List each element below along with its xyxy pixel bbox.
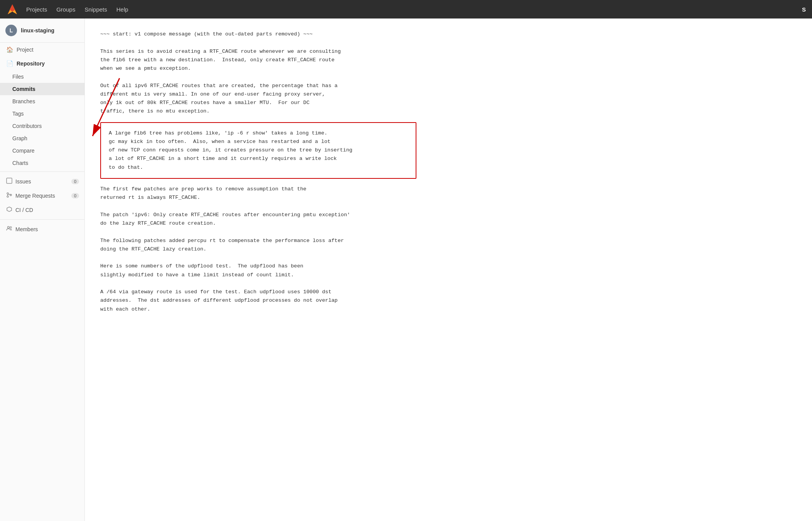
sidebar-label-merge-requests: Merge Requests bbox=[15, 193, 55, 199]
app-logo[interactable] bbox=[6, 3, 19, 15]
sidebar-divider-1 bbox=[0, 171, 84, 172]
sidebar-label-branches: Branches bbox=[12, 98, 35, 104]
svg-point-10 bbox=[10, 227, 12, 228]
sidebar-item-issues[interactable]: Issues 0 bbox=[0, 174, 84, 188]
sidebar-label-graph: Graph bbox=[12, 135, 27, 141]
merge-requests-icon bbox=[6, 192, 12, 199]
sidebar-divider-2 bbox=[0, 219, 84, 220]
sidebar-item-tags[interactable]: Tags bbox=[0, 108, 84, 120]
user-initial[interactable]: S bbox=[802, 6, 806, 13]
project-avatar: L bbox=[5, 25, 17, 36]
sidebar-label-issues: Issues bbox=[15, 178, 31, 185]
commit-para-3: The first few patches are prep works to … bbox=[100, 185, 416, 314]
main-content: ~~~ start: v1 compose message (with the … bbox=[85, 18, 812, 521]
nav-projects[interactable]: Projects bbox=[26, 6, 47, 13]
main-layout: L linux-staging 🏠 Project 📄 Repository F… bbox=[0, 18, 812, 521]
svg-rect-5 bbox=[7, 178, 12, 183]
sidebar-item-charts[interactable]: Charts bbox=[0, 157, 84, 169]
sidebar-item-repository[interactable]: 📄 Repository bbox=[0, 57, 84, 71]
sidebar-label-commits: Commits bbox=[12, 86, 35, 92]
repository-icon: 📄 bbox=[6, 60, 13, 67]
sidebar-item-project[interactable]: 🏠 Project bbox=[0, 43, 84, 57]
members-icon bbox=[6, 225, 12, 233]
sidebar-item-members[interactable]: Members bbox=[0, 222, 84, 236]
sidebar-label-contributors: Contributors bbox=[12, 123, 42, 129]
sidebar-label-ci-cd: CI / CD bbox=[15, 207, 33, 213]
nav-links: Projects Groups Snippets Help bbox=[26, 6, 128, 13]
nav-groups[interactable]: Groups bbox=[56, 6, 75, 13]
top-navigation: Projects Groups Snippets Help S bbox=[0, 0, 812, 18]
sidebar-item-commits[interactable]: Commits bbox=[0, 83, 84, 95]
sidebar-item-contributors[interactable]: Contributors bbox=[0, 120, 84, 132]
sidebar-item-compare[interactable]: Compare bbox=[0, 145, 84, 157]
sidebar-item-graph[interactable]: Graph bbox=[0, 132, 84, 145]
nav-snippets[interactable]: Snippets bbox=[84, 6, 107, 13]
project-header[interactable]: L linux-staging bbox=[0, 18, 84, 43]
sidebar-item-ci-cd[interactable]: CI / CD bbox=[0, 203, 84, 217]
sidebar-label-files: Files bbox=[12, 74, 24, 80]
home-icon: 🏠 bbox=[6, 46, 13, 53]
sidebar-label-repository: Repository bbox=[17, 61, 45, 67]
commit-highlighted-block: A large fib6 tree has problems like, 'ip… bbox=[100, 122, 416, 179]
sidebar-label-project: Project bbox=[17, 47, 34, 53]
sidebar-label-compare: Compare bbox=[12, 148, 35, 154]
issues-badge: 0 bbox=[71, 179, 79, 184]
sidebar: L linux-staging 🏠 Project 📄 Repository F… bbox=[0, 18, 85, 521]
sidebar-label-charts: Charts bbox=[12, 160, 28, 166]
project-name: linux-staging bbox=[21, 27, 54, 34]
commit-para-1: ~~~ start: v1 compose message (with the … bbox=[100, 30, 416, 116]
issues-icon bbox=[6, 178, 12, 185]
ci-cd-icon bbox=[6, 206, 12, 213]
sidebar-label-members: Members bbox=[15, 226, 38, 232]
svg-point-7 bbox=[7, 196, 8, 197]
sidebar-label-tags: Tags bbox=[12, 111, 24, 117]
sidebar-item-branches[interactable]: Branches bbox=[0, 95, 84, 108]
sidebar-item-merge-requests[interactable]: Merge Requests 0 bbox=[0, 188, 84, 203]
nav-help[interactable]: Help bbox=[116, 6, 128, 13]
sidebar-item-files[interactable]: Files bbox=[0, 71, 84, 83]
svg-point-9 bbox=[8, 227, 10, 229]
merge-requests-badge: 0 bbox=[71, 193, 79, 198]
